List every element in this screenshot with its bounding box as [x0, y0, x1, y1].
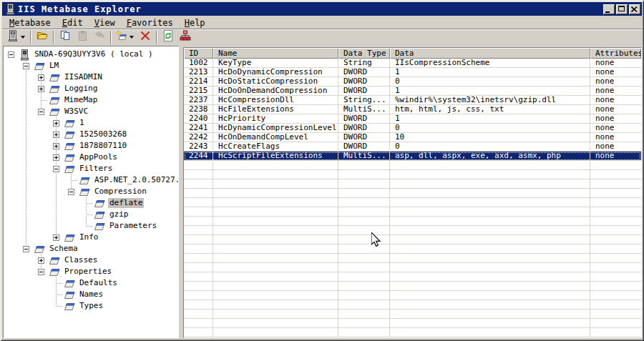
tree-item-label[interactable]: Defaults: [78, 278, 119, 288]
tree-item-filters[interactable]: Filters: [4, 163, 178, 174]
property-row-2214[interactable]: 2214HcDoStaticCompressionDWORD0none: [184, 77, 641, 87]
tree-item-1878807110[interactable]: 1878807110: [4, 140, 178, 152]
tree-expander[interactable]: [49, 152, 64, 163]
tree-expander[interactable]: [4, 49, 19, 60]
expand-plus-icon[interactable]: [38, 257, 44, 264]
tree-item-compression[interactable]: Compression: [4, 186, 178, 197]
tree-item-1[interactable]: 1: [4, 117, 178, 129]
tree-item-label[interactable]: W3SVC: [63, 107, 89, 117]
menu-edit[interactable]: Edit: [59, 17, 87, 29]
tree-item-label[interactable]: Parameters: [108, 221, 158, 231]
tree-expander[interactable]: [34, 83, 49, 94]
tree-item-label[interactable]: ASP.NET_2.0.50727.0: [93, 175, 179, 185]
column-header-data[interactable]: Data: [390, 48, 590, 59]
tree-expander[interactable]: [19, 60, 34, 71]
tree-item-label[interactable]: Names: [78, 290, 104, 300]
tree-item-defaults[interactable]: Defaults: [4, 277, 178, 289]
view-hierarchy-button[interactable]: [177, 30, 194, 45]
menu-help[interactable]: Help: [181, 17, 209, 29]
property-row-2243[interactable]: 2243HcCreateFlagsDWORD0none: [184, 142, 641, 152]
tree-item-label[interactable]: AppPools: [78, 152, 119, 162]
copy-button[interactable]: [57, 30, 74, 45]
tree-item-label[interactable]: gzip: [108, 209, 130, 219]
tree-expander[interactable]: [34, 254, 49, 266]
tree-item-label[interactable]: MimeMap: [63, 95, 99, 105]
tree-item-w3svc[interactable]: W3SVC: [4, 106, 178, 117]
open-button[interactable]: [34, 30, 51, 45]
tree-item-classes[interactable]: Classes: [4, 254, 178, 266]
column-header-id[interactable]: ID: [184, 48, 213, 59]
tree-expander[interactable]: [34, 266, 49, 277]
menu-view[interactable]: View: [91, 17, 119, 29]
delete-button[interactable]: [137, 30, 154, 45]
tree-expander[interactable]: [49, 140, 64, 152]
maximize-button[interactable]: [616, 4, 628, 14]
new-record-button[interactable]: [114, 30, 137, 45]
property-row-2244[interactable]: 2244HcScriptFileExtensionsMultiS...asp, …: [184, 152, 641, 161]
dropdown-arrow-icon[interactable]: [21, 36, 25, 39]
tree-item-logging[interactable]: Logging: [4, 83, 178, 94]
collapse-minus-icon[interactable]: [38, 109, 44, 115]
tree-expander[interactable]: [49, 232, 64, 243]
tree-item-label[interactable]: Logging: [63, 84, 99, 94]
tree-item-names[interactable]: Names: [4, 289, 178, 300]
tree-item-gzip[interactable]: gzip: [4, 209, 178, 220]
expand-plus-icon[interactable]: [53, 132, 59, 138]
tree-item-label[interactable]: Schema: [48, 244, 79, 254]
collapse-minus-icon[interactable]: [38, 269, 44, 275]
tree-item-lm[interactable]: LM: [4, 60, 178, 71]
expand-plus-icon[interactable]: [53, 234, 59, 241]
tree-item-label[interactable]: Properties: [63, 267, 113, 277]
tree-item-label[interactable]: deflate: [108, 198, 144, 208]
tree-item-apppools[interactable]: AppPools: [4, 152, 178, 163]
tree-expander[interactable]: [64, 186, 79, 197]
expand-plus-icon[interactable]: [53, 154, 59, 161]
expand-plus-icon[interactable]: [53, 143, 59, 149]
property-row-2242[interactable]: 2242HcOnDemandCompLevelDWORD10none: [184, 133, 641, 142]
tree-expander[interactable]: [49, 163, 64, 174]
title-bar[interactable]: IIS Metabase Explorer: [2, 2, 642, 16]
property-row-2238[interactable]: 2238HcFileExtensionsMultiS...htm, html, …: [184, 105, 641, 114]
tree-item-label[interactable]: SNDA-69Q3UYY3V6 ( local ): [33, 49, 155, 59]
tree-item-label[interactable]: 1878807110: [78, 141, 128, 151]
tree-item-deflate[interactable]: deflate: [4, 197, 178, 209]
property-row-2213[interactable]: 2213HcDoDynamicCompressionDWORD1none: [184, 68, 641, 77]
collapse-minus-icon[interactable]: [68, 189, 74, 195]
tree-item-asp-net-2-0-50727-0[interactable]: ASP.NET_2.0.50727.0: [4, 174, 178, 186]
tree-item-snda-69q3uyy3v6-local-[interactable]: SNDA-69Q3UYY3V6 ( local ): [4, 49, 178, 60]
tree-item-label[interactable]: Filters: [78, 164, 114, 174]
column-header-data-type[interactable]: Data Type: [338, 48, 390, 59]
undo-button[interactable]: [91, 30, 108, 45]
property-row-1002[interactable]: 1002KeyTypeStringIIsCompressionSchemenon…: [184, 59, 641, 68]
tree-item-properties[interactable]: Properties: [4, 266, 178, 277]
tree-item-label[interactable]: Types: [78, 301, 104, 311]
tree-item-label[interactable]: Info: [78, 232, 100, 242]
tree-item-schema[interactable]: Schema: [4, 243, 178, 254]
tree-item-label[interactable]: IISADMIN: [63, 72, 104, 82]
refresh-button[interactable]: [160, 30, 177, 45]
tree-item-types[interactable]: Types: [4, 300, 178, 312]
collapse-minus-icon[interactable]: [23, 63, 29, 69]
tree-item-1525003268[interactable]: 1525003268: [4, 129, 178, 140]
tree-item-label[interactable]: LM: [48, 61, 60, 71]
paste-button[interactable]: [74, 30, 91, 45]
connect-computer-button[interactable]: [5, 30, 28, 45]
tree-item-info[interactable]: Info: [4, 232, 178, 243]
tree-expander[interactable]: [19, 243, 34, 254]
property-row-2237[interactable]: 2237HcCompressionDllString...%windir%\sy…: [184, 96, 641, 105]
minimize-button[interactable]: [603, 4, 615, 14]
tree-expander[interactable]: [49, 117, 64, 129]
tree-item-label[interactable]: 1525003268: [78, 129, 128, 139]
collapse-minus-icon[interactable]: [8, 51, 14, 58]
column-header-name[interactable]: Name: [213, 48, 338, 59]
tree-item-label[interactable]: Compression: [93, 187, 148, 197]
tree-item-iisadmin[interactable]: IISADMIN: [4, 71, 178, 83]
dropdown-arrow-icon[interactable]: [130, 36, 134, 39]
tree-item-label[interactable]: Classes: [63, 255, 99, 265]
tree-item-mimemap[interactable]: MimeMap: [4, 94, 178, 106]
expand-plus-icon[interactable]: [38, 86, 44, 92]
collapse-minus-icon[interactable]: [23, 246, 29, 252]
property-row-2240[interactable]: 2240HcPriorityDWORD1none: [184, 114, 641, 124]
tree-item-label[interactable]: 1: [78, 118, 86, 128]
tree-item-parameters[interactable]: Parameters: [4, 220, 178, 232]
